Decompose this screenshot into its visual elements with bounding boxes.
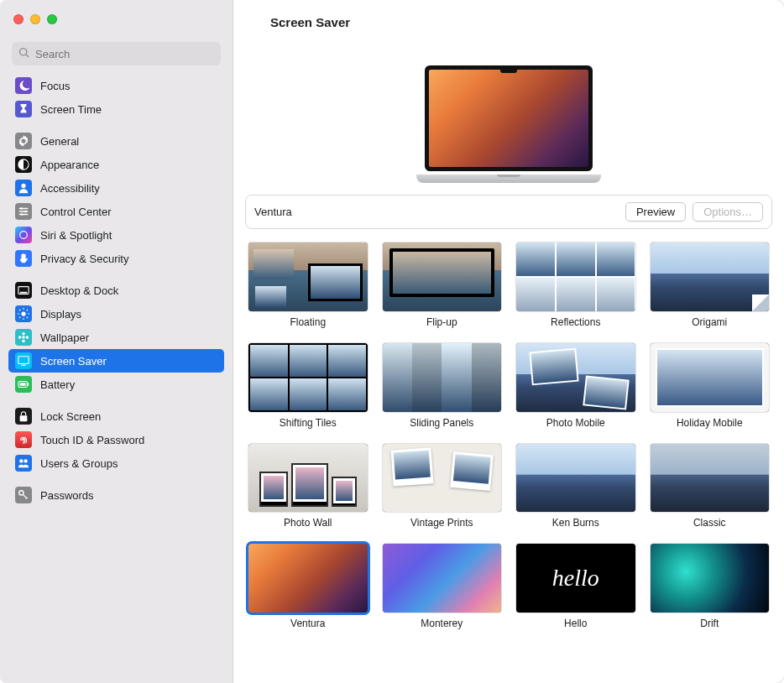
saver-thumbnail[interactable] — [651, 544, 770, 613]
saver-ken-burns[interactable]: Ken Burns — [516, 444, 635, 529]
sidebar-item-label: Privacy & Security — [40, 253, 128, 265]
person-icon — [15, 180, 32, 196]
saver-photo-mobile[interactable]: Photo Mobile — [516, 343, 635, 429]
saver-thumbnail[interactable] — [383, 444, 502, 513]
sidebar-item-accessibility[interactable]: Accessibility — [8, 176, 224, 200]
sidebar-item-label: Displays — [40, 308, 81, 321]
saver-hello[interactable]: helloHello — [516, 544, 635, 629]
saver-thumbnail[interactable] — [248, 544, 368, 613]
sidebar-item-screen-saver[interactable]: Screen Saver — [8, 349, 224, 373]
saver-thumbnail[interactable] — [516, 444, 635, 513]
sidebar-item-control-center[interactable]: Control Center — [8, 200, 224, 223]
main-body[interactable]: Ventura Preview Options… FloatingFlip-up… — [233, 44, 784, 683]
saver-vintage-prints[interactable]: Vintage Prints — [383, 444, 502, 529]
sidebar-item-label: General — [40, 135, 79, 148]
saver-thumbnail[interactable] — [651, 242, 770, 311]
saver-holiday-mobile[interactable]: Holiday Mobile — [651, 343, 770, 429]
sidebar-item-displays[interactable]: Displays — [8, 302, 224, 326]
saver-label: Holiday Mobile — [677, 417, 743, 429]
sidebar-item-users-groups[interactable]: Users & Groups — [8, 451, 224, 475]
svg-point-11 — [22, 340, 25, 343]
saver-label: Origami — [692, 316, 727, 328]
saver-label: Photo Mobile — [546, 417, 605, 429]
sidebar-list[interactable]: FocusScreen TimeGeneralAppearanceAccessi… — [0, 74, 233, 683]
sidebar-item-focus[interactable]: Focus — [8, 74, 224, 97]
sidebar-item-lock-screen[interactable]: Lock Screen — [8, 404, 224, 428]
sidebar-item-label: Touch ID & Password — [40, 434, 144, 446]
fullscreen-button[interactable] — [47, 14, 57, 24]
flower-icon — [15, 329, 32, 346]
saver-label: Hello — [564, 618, 587, 629]
sidebar-item-label: Focus — [40, 80, 70, 92]
saver-drift[interactable]: Drift — [651, 544, 770, 629]
screen-icon — [15, 352, 32, 369]
saver-thumbnail[interactable] — [516, 343, 635, 412]
search-icon — [18, 47, 30, 61]
svg-rect-14 — [18, 357, 29, 364]
preview-button[interactable]: Preview — [625, 202, 686, 222]
sidebar-item-screen-time[interactable]: Screen Time — [8, 97, 224, 121]
saver-thumbnail[interactable] — [516, 242, 635, 311]
saver-sliding-panels[interactable]: Sliding Panels — [383, 343, 502, 429]
saver-classic[interactable]: Classic — [651, 444, 770, 529]
sidebar-item-label: Lock Screen — [40, 410, 101, 423]
search-field[interactable] — [12, 42, 221, 65]
saver-label: Ken Burns — [552, 517, 599, 529]
sidebar-item-general[interactable]: General — [8, 129, 224, 153]
svg-point-13 — [26, 336, 29, 339]
saver-label: Photo Wall — [284, 517, 332, 529]
svg-point-5 — [20, 232, 28, 239]
saver-origami[interactable]: Origami — [651, 242, 770, 328]
saver-photo-wall[interactable]: Photo Wall — [248, 444, 368, 529]
saver-monterey[interactable]: Monterey — [383, 544, 502, 629]
search-input[interactable] — [35, 48, 214, 60]
system-settings-window: FocusScreen TimeGeneralAppearanceAccessi… — [0, 0, 784, 683]
hourglass-icon — [15, 101, 32, 117]
saver-thumbnail[interactable] — [651, 343, 770, 412]
sidebar-item-privacy-security[interactable]: Privacy & Security — [8, 247, 224, 270]
saver-preview — [242, 44, 776, 190]
saver-thumbnail[interactable] — [383, 343, 502, 412]
sidebar-item-passwords[interactable]: Passwords — [8, 483, 224, 507]
close-button[interactable] — [13, 14, 24, 24]
current-saver-row: Ventura Preview Options… — [245, 195, 772, 229]
saver-floating[interactable]: Floating — [248, 242, 368, 328]
sidebar-item-battery[interactable]: Battery — [8, 373, 224, 396]
saver-thumbnail[interactable] — [248, 242, 368, 311]
svg-point-20 — [24, 459, 27, 462]
sidebar-item-siri-spotlight[interactable]: Siri & Spotlight — [8, 223, 224, 247]
saver-thumbnail[interactable]: hello — [516, 544, 635, 613]
saver-thumbnail[interactable] — [248, 343, 368, 412]
sidebar-item-label: Siri & Spotlight — [40, 229, 112, 242]
svg-rect-7 — [20, 292, 28, 294]
saver-label: Ventura — [290, 618, 325, 629]
sidebar-item-label: Control Center — [40, 206, 112, 218]
saver-shifting-tiles[interactable]: Shifting Tiles — [248, 343, 368, 429]
sidebar-item-label: Accessibility — [40, 182, 100, 195]
saver-thumbnail[interactable] — [248, 444, 368, 513]
saver-thumbnail[interactable] — [651, 444, 770, 513]
options-button[interactable]: Options… — [693, 202, 763, 222]
saver-thumbnail[interactable] — [383, 242, 502, 311]
gear-icon — [15, 133, 32, 149]
saver-label: Drift — [700, 618, 719, 629]
sidebar-item-label: Users & Groups — [40, 457, 118, 470]
sidebar-item-touch-id[interactable]: Touch ID & Password — [8, 428, 224, 451]
saver-thumbnail[interactable] — [383, 544, 502, 613]
svg-point-4 — [21, 213, 24, 216]
svg-point-8 — [21, 311, 25, 315]
saver-ventura[interactable]: Ventura — [248, 544, 368, 629]
saver-reflections[interactable]: Reflections — [516, 242, 635, 328]
sidebar-item-wallpaper[interactable]: Wallpaper — [8, 326, 224, 349]
hand-icon — [15, 250, 32, 267]
minimize-button[interactable] — [30, 14, 40, 24]
svg-point-12 — [18, 336, 22, 339]
saver-flip-up[interactable]: Flip-up — [383, 242, 502, 328]
sidebar-item-appearance[interactable]: Appearance — [8, 153, 224, 176]
svg-point-3 — [24, 211, 27, 213]
sidebar-item-label: Appearance — [40, 159, 99, 171]
sidebar-item-label: Battery — [40, 378, 75, 391]
key-icon — [15, 487, 32, 503]
contrast-icon — [15, 156, 32, 173]
sidebar-item-desktop-dock[interactable]: Desktop & Dock — [8, 279, 224, 302]
